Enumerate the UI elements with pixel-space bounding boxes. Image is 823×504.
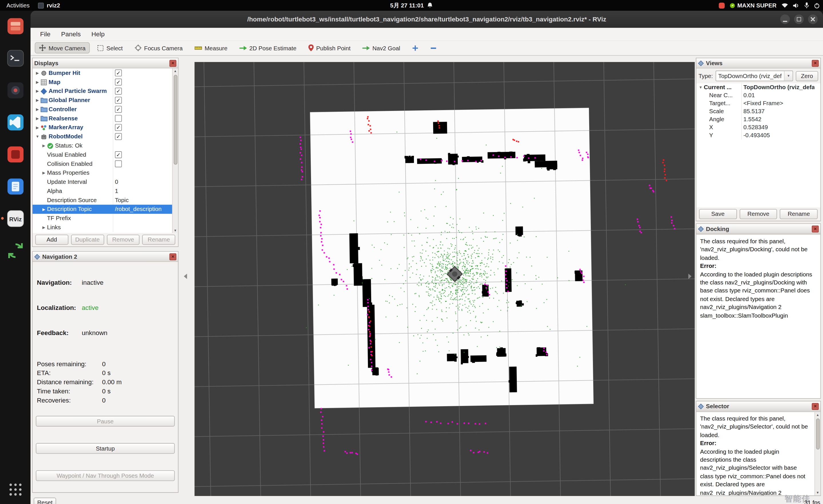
display-row-robotmodel[interactable]: ▼RobotModel✓ — [33, 132, 172, 141]
navigation2-close-icon[interactable]: × — [170, 253, 176, 260]
remove-button[interactable]: Remove — [739, 209, 777, 219]
duplicate-button[interactable]: Duplicate — [71, 235, 104, 245]
views-row-current[interactable]: ▼Current ...TopDownOrtho (rviz_defau... — [696, 83, 814, 92]
pause-button[interactable]: Pause — [36, 416, 175, 427]
expander-icon[interactable]: ▶ — [34, 123, 41, 132]
display-row-description-topic[interactable]: ▶Description Topic/robot_description — [33, 205, 172, 214]
checkbox[interactable]: ✓ — [115, 88, 122, 95]
display-row-description-source[interactable]: Description SourceTopic — [33, 195, 172, 205]
minimize-button[interactable] — [780, 14, 790, 24]
docking-panel-header[interactable]: Docking × — [696, 224, 820, 234]
display-row-tf-prefix[interactable]: TF Prefix — [33, 214, 172, 223]
tool-focus-camera[interactable]: Focus Camera — [130, 42, 187, 53]
display-row-visual-enabled[interactable]: Visual Enabled✓ — [33, 150, 172, 159]
displays-scrollbar[interactable]: ▲ ▼ — [172, 68, 178, 233]
zero-button[interactable]: Zero — [796, 71, 818, 81]
expander-icon[interactable]: ▶ — [41, 205, 47, 214]
tool-move-camera[interactable]: Move Camera — [35, 42, 90, 53]
remove-button[interactable]: Remove — [107, 235, 140, 245]
selector-close-icon[interactable]: × — [812, 403, 819, 410]
views-row-target[interactable]: Target...<Fixed Frame> — [696, 100, 814, 108]
redapp-dock-icon[interactable] — [5, 144, 25, 165]
scroll-down-icon[interactable]: ▼ — [173, 227, 178, 233]
display-row-controller[interactable]: ▶Controller✓ — [33, 105, 172, 114]
waypoint-nav-through-poses-mode-button[interactable]: Waypoint / Nav Through Poses Mode — [36, 470, 175, 481]
focused-app-menu[interactable]: rviz2 — [38, 2, 60, 8]
menu-panels[interactable]: Panels — [56, 29, 86, 39]
media-dock-icon[interactable] — [5, 80, 25, 100]
show-apps-button[interactable] — [5, 479, 25, 500]
vscode-dock-icon[interactable] — [5, 112, 25, 133]
reset-button[interactable]: Reset — [34, 498, 56, 504]
expander-icon[interactable]: ▶ — [34, 87, 41, 96]
expander-icon[interactable]: ▶ — [34, 105, 41, 114]
checkbox[interactable]: ✓ — [115, 151, 122, 158]
save-button[interactable]: Save — [699, 209, 737, 219]
views-row-y[interactable]: Y-0.493405 — [696, 132, 814, 140]
tool-nav2-goal[interactable]: Nav2 Goal — [358, 43, 404, 53]
rename-button[interactable]: Rename — [780, 209, 818, 219]
clock-menu[interactable]: 5月 27 11:01 — [390, 0, 433, 11]
menu-file[interactable]: File — [35, 29, 56, 39]
updater-dock-icon[interactable] — [5, 240, 25, 261]
expander-icon[interactable]: ▶ — [41, 141, 47, 150]
tool-measure[interactable]: Measure — [190, 43, 231, 53]
views-panel-header[interactable]: Views × — [696, 58, 820, 68]
tool-publish-point[interactable]: Publish Point — [304, 42, 355, 53]
tool-minus[interactable] — [426, 43, 441, 53]
tool-2d-pose-estimate[interactable]: 2D Pose Estimate — [235, 43, 301, 53]
views-row-x[interactable]: X0.528349 — [696, 124, 814, 132]
expander-icon[interactable]: ▶ — [41, 223, 47, 232]
splitter-collapse-right[interactable] — [688, 274, 691, 279]
blueapp-dock-icon[interactable] — [5, 176, 25, 197]
terminal-dock-icon[interactable] — [5, 48, 25, 68]
startup-button[interactable]: Startup — [36, 443, 175, 454]
views-row-scale[interactable]: Scale85.5137 — [696, 108, 814, 116]
scroll-up-icon[interactable]: ▲ — [815, 412, 820, 417]
display-row-links[interactable]: ▶Links — [33, 223, 172, 232]
checkbox[interactable]: ✓ — [115, 124, 122, 131]
tool-plus[interactable] — [407, 43, 423, 53]
docking-close-icon[interactable]: × — [812, 225, 819, 232]
selector-panel-header[interactable]: Selector × — [696, 401, 820, 412]
views-row-near-c[interactable]: Near C...0.01 — [696, 92, 814, 100]
expander-icon[interactable]: ▶ — [34, 68, 41, 77]
expander-icon[interactable]: ▼ — [697, 83, 704, 92]
display-row-global-planner[interactable]: ▶Global Planner✓ — [33, 96, 172, 105]
expander-icon[interactable]: ▶ — [34, 114, 41, 123]
display-row-bumper-hit[interactable]: ▶Bumper Hit✓ — [33, 68, 172, 77]
close-button[interactable] — [808, 14, 818, 24]
views-row-angle[interactable]: Angle1.5542 — [696, 116, 814, 124]
expander-icon[interactable]: ▶ — [34, 96, 41, 105]
expander-icon[interactable]: ▶ — [41, 168, 47, 178]
maximize-button[interactable] — [794, 14, 804, 24]
checkbox[interactable] — [115, 160, 122, 167]
tool-select[interactable]: Select — [93, 43, 127, 53]
files-dock-icon[interactable] — [5, 16, 25, 36]
view-type-dropdown[interactable]: TopDownOrtho (rviz_def ▼ — [715, 70, 793, 81]
display-row-update-interval[interactable]: Update Interval0 — [33, 178, 172, 187]
display-row-status-ok[interactable]: ▶Status: Ok — [33, 141, 172, 150]
checkbox[interactable]: ✓ — [115, 69, 122, 76]
rviz-dock-icon[interactable]: RViz — [5, 208, 25, 229]
add-button[interactable]: Add — [35, 235, 68, 245]
activities-button[interactable]: Activities — [6, 2, 29, 8]
views-close-icon[interactable]: × — [812, 59, 819, 66]
menu-help[interactable]: Help — [86, 29, 110, 39]
display-row-map[interactable]: ▶Map✓ — [33, 77, 172, 87]
window-titlebar[interactable]: /home/robot/turtlebot3_ws/install/turtle… — [31, 11, 823, 28]
navigation2-panel-header[interactable]: Navigation 2 × — [33, 252, 178, 262]
display-row-mass-properties[interactable]: ▶Mass Properties — [33, 168, 172, 178]
checkbox[interactable] — [115, 115, 122, 122]
scroll-down-icon[interactable]: ▼ — [815, 490, 820, 495]
scroll-up-icon[interactable]: ▲ — [173, 68, 178, 74]
splitter-collapse-left[interactable] — [184, 274, 187, 279]
expander-icon[interactable]: ▼ — [34, 132, 41, 141]
checkbox[interactable]: ✓ — [115, 106, 122, 113]
expander-icon[interactable]: ▶ — [34, 77, 41, 87]
display-row-markerarray[interactable]: ▶MarkerArray✓ — [33, 123, 172, 132]
checkbox[interactable]: ✓ — [115, 78, 122, 86]
display-row-realsense[interactable]: ▶Realsense — [33, 114, 172, 123]
selector-scrollbar[interactable]: ▲ ▼ — [814, 412, 820, 495]
display-row-alpha[interactable]: Alpha1 — [33, 186, 172, 195]
